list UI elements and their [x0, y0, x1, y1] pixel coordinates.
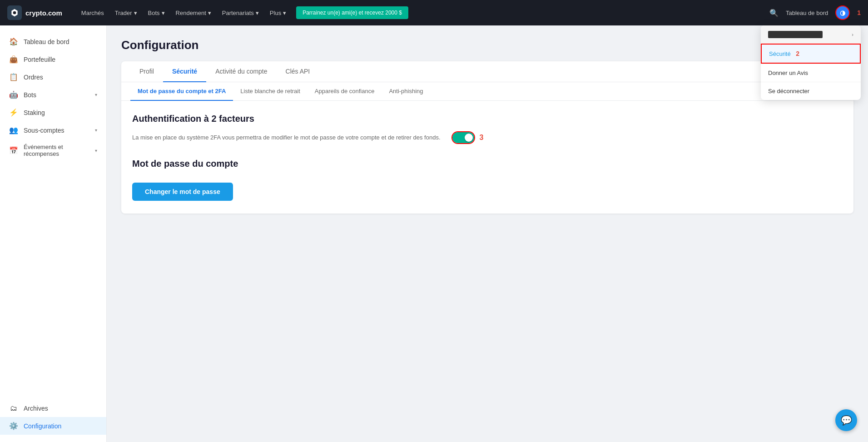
dropdown-label-2: 2 — [796, 50, 799, 57]
sidebar: 🏠 Tableau de bord 👜 Portefeuille 📋 Ordre… — [0, 25, 107, 442]
chat-button[interactable]: 💬 — [835, 409, 857, 431]
sidebar-item-portefeuille[interactable]: 👜 Portefeuille — [0, 50, 106, 68]
events-icon: 📅 — [9, 146, 18, 155]
page-title: Configuration — [121, 38, 853, 52]
user-dropdown-menu: › Sécurité 2 Donner un Avis Se déconnect… — [761, 25, 861, 100]
svg-point-1 — [13, 11, 16, 15]
nav-partenariats[interactable]: Partenariats ▾ — [218, 7, 263, 19]
dropdown-username — [768, 31, 823, 38]
tab-content: Authentification à 2 facteurs La mise en… — [121, 101, 853, 214]
dropdown-securite-label: Sécurité — [769, 50, 791, 57]
referral-cta[interactable]: Parrainez un(e) ami(e) et recevez 2000 $ — [296, 6, 408, 19]
sub-tab-whitelist[interactable]: Liste blanche de retrait — [233, 82, 308, 101]
orders-icon: 📋 — [9, 73, 18, 81]
dropdown-deconnexion-label: Se déconnecter — [768, 88, 809, 94]
sidebar-label-evenements: Événements et récompenses — [24, 144, 89, 157]
topnav-label-1: 1 — [857, 9, 861, 16]
logo-text: crypto.com — [25, 9, 62, 17]
sidebar-item-bots[interactable]: 🤖 Bots ▾ — [0, 86, 106, 104]
two-fa-description: La mise en place du système 2FA vous per… — [132, 133, 441, 143]
nav-rendement[interactable]: Rendement ▾ — [171, 7, 216, 19]
config-icon: ⚙️ — [9, 422, 18, 430]
sidebar-item-tableau-de-bord[interactable]: 🏠 Tableau de bord — [0, 33, 106, 50]
sous-comptes-chevron: ▾ — [95, 128, 97, 133]
user-avatar[interactable]: ◑ — [835, 5, 850, 20]
settings-panel: Profil Sécurité Activité du compte Clés … — [121, 61, 853, 214]
search-icon[interactable]: 🔍 — [769, 9, 779, 17]
nav-bots[interactable]: Bots ▾ — [144, 7, 169, 19]
logo-icon — [7, 5, 22, 20]
wallet-icon: 👜 — [9, 55, 18, 64]
bots-icon: 🤖 — [9, 90, 18, 99]
two-fa-title: Authentification à 2 facteurs — [132, 114, 843, 124]
tab-activite[interactable]: Activité du compte — [206, 61, 276, 82]
main-tabs: Profil Sécurité Activité du compte Clés … — [121, 61, 853, 82]
toggle-label-number: 3 — [480, 134, 484, 142]
sidebar-item-ordres[interactable]: 📋 Ordres — [0, 68, 106, 86]
subaccounts-icon: 👥 — [9, 126, 18, 134]
sub-tab-password-2fa[interactable]: Mot de passe du compte et 2FA — [130, 82, 233, 101]
two-fa-row: La mise en place du système 2FA vous per… — [132, 131, 843, 144]
tab-profil[interactable]: Profil — [130, 61, 163, 82]
sub-tab-antiphishing[interactable]: Anti-phishing — [382, 82, 430, 101]
tab-api[interactable]: Clés API — [277, 61, 319, 82]
sidebar-label-tableau: Tableau de bord — [24, 38, 69, 45]
sidebar-label-sous-comptes: Sous-comptes — [24, 127, 64, 134]
toggle-container: 3 — [451, 131, 484, 144]
nav-links: Marchés Trader ▾ Bots ▾ Rendement ▾ Part… — [77, 6, 769, 19]
logo[interactable]: crypto.com — [7, 5, 62, 20]
password-section: Mot de passe du compte Changer le mot de… — [132, 159, 843, 201]
dropdown-item-avis[interactable]: Donner un Avis — [761, 64, 861, 82]
nav-marches[interactable]: Marchés — [77, 7, 109, 19]
bots-chevron: ▾ — [95, 92, 97, 97]
tab-securite[interactable]: Sécurité — [163, 61, 206, 82]
sidebar-label-archives: Archives — [24, 405, 48, 412]
password-title: Mot de passe du compte — [132, 159, 843, 169]
dropdown-chevron-icon: › — [852, 32, 853, 37]
sidebar-item-archives[interactable]: 🗂 Archives — [0, 400, 106, 417]
dropdown-item-deconnexion[interactable]: Se déconnecter — [761, 82, 861, 100]
toggle-thumb — [465, 134, 473, 142]
sidebar-label-staking: Staking — [24, 109, 45, 116]
topnav-right: 🔍 Tableau de bord ◑ 1 — [769, 5, 861, 20]
evenements-chevron: ▾ — [95, 148, 97, 153]
sub-tabs: Mot de passe du compte et 2FA Liste blan… — [121, 82, 853, 101]
dropdown-header[interactable]: › — [761, 25, 861, 44]
sidebar-item-staking[interactable]: ⚡ Staking — [0, 104, 106, 121]
sidebar-item-sous-comptes[interactable]: 👥 Sous-comptes ▾ — [0, 121, 106, 139]
sidebar-label-configuration: Configuration — [24, 422, 61, 430]
toggle-track[interactable] — [452, 132, 474, 143]
sidebar-label-bots: Bots — [24, 91, 36, 99]
nav-trader[interactable]: Trader ▾ — [110, 7, 142, 19]
app-layout: 🏠 Tableau de bord 👜 Portefeuille 📋 Ordre… — [0, 25, 868, 442]
top-navigation: crypto.com Marchés Trader ▾ Bots ▾ Rende… — [0, 0, 868, 25]
dropdown-item-securite[interactable]: Sécurité 2 — [761, 44, 861, 64]
sidebar-label-ordres: Ordres — [24, 74, 43, 81]
home-icon: 🏠 — [9, 37, 18, 46]
dashboard-link[interactable]: Tableau de bord — [786, 10, 828, 16]
staking-icon: ⚡ — [9, 108, 18, 117]
avatar-icon: ◑ — [840, 9, 845, 16]
dropdown-avis-label: Donner un Avis — [768, 70, 808, 76]
sidebar-item-evenements[interactable]: 📅 Événements et récompenses ▾ — [0, 139, 106, 162]
two-fa-toggle[interactable] — [451, 131, 475, 144]
archives-icon: 🗂 — [9, 404, 18, 412]
sidebar-label-portefeuille: Portefeuille — [24, 56, 55, 63]
change-password-button[interactable]: Changer le mot de passe — [132, 183, 233, 201]
main-content: Configuration Profil Sécurité Activité d… — [107, 25, 868, 442]
chat-icon: 💬 — [841, 415, 852, 426]
sub-tab-devices[interactable]: Appareils de confiance — [308, 82, 382, 101]
sidebar-item-configuration[interactable]: ⚙️ Configuration — [0, 417, 106, 435]
nav-plus[interactable]: Plus ▾ — [265, 7, 291, 19]
